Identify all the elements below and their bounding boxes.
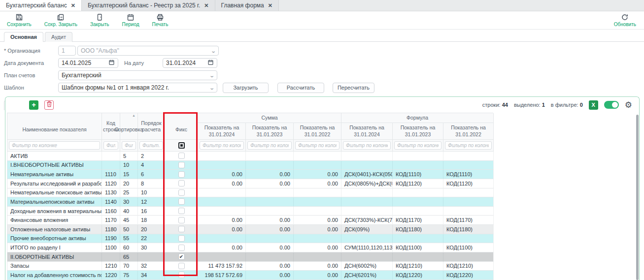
filter-input-f2022[interactable] <box>445 141 492 150</box>
fix-checkbox[interactable] <box>178 198 185 205</box>
save-close-button[interactable]: Сохр. Закрыть <box>44 13 77 27</box>
cell-s2024: 0.00 <box>198 179 246 188</box>
fix-checkbox[interactable] <box>178 208 185 214</box>
cell-f2022: КОД(1170) <box>443 216 494 225</box>
on-date-field[interactable]: 31.01.2024 <box>163 58 217 68</box>
column-header-f2022[interactable]: Показатель на 31.01.2022 <box>443 123 494 140</box>
fix-checkbox[interactable] <box>178 226 185 232</box>
column-header-s2024[interactable]: Показатель на 31.01.2024 <box>198 123 246 140</box>
fix-checkbox[interactable] <box>178 180 185 187</box>
filter-input-s2024[interactable] <box>200 141 244 150</box>
fix-checkbox[interactable] <box>178 171 185 178</box>
tab-audit[interactable]: Аудит <box>45 32 72 42</box>
table-row[interactable]: АКТИВ52 <box>7 152 493 161</box>
fix-checkbox[interactable] <box>178 272 185 278</box>
tab-main[interactable]: Основная <box>4 32 43 42</box>
cell-code: 1110 <box>102 170 120 179</box>
table-row[interactable]: I.ВНЕОБОРОТНЫЕ АКТИВЫ104 <box>7 161 493 170</box>
org-name-value: ООО "Альфа" <box>81 47 119 54</box>
window-tab-registry[interactable]: Бухгалтерский баланс - Реестр за 2025 г.… <box>82 0 215 11</box>
close-tab-icon[interactable]: ✕ <box>268 2 272 9</box>
cell-order: 12 <box>138 197 165 207</box>
fix-checkbox[interactable] <box>178 162 185 168</box>
plan-select[interactable]: Бухгалтерский ⌄ <box>58 70 217 80</box>
cell-f2022 <box>443 252 494 262</box>
org-code-field[interactable]: 1 <box>58 46 76 56</box>
close-tab-icon[interactable]: ✕ <box>204 2 208 9</box>
fix-checkbox[interactable] <box>178 245 185 251</box>
doc-date-field[interactable]: 14.01.2025 <box>58 58 118 68</box>
calendar-icon[interactable] <box>207 59 214 67</box>
filter-input-order[interactable] <box>139 141 163 150</box>
fix-checkbox[interactable] <box>178 217 185 223</box>
filter-input-code[interactable] <box>103 141 118 150</box>
table-row[interactable]: Нематериальные поисковые активы11302510 <box>7 188 493 198</box>
cell-fix <box>165 170 198 179</box>
vertical-scrollbar[interactable] <box>636 115 639 280</box>
fix-select-all-checkbox[interactable] <box>178 142 185 149</box>
filtered-count: в фильтре: 0 <box>551 102 583 108</box>
cell-s2024: 0.00 <box>198 243 246 252</box>
filter-input-f2024[interactable] <box>343 141 391 150</box>
cell-code <box>102 252 120 262</box>
table-row[interactable]: Налог на добавленную стоимость по пр...1… <box>7 271 493 280</box>
org-name-select[interactable]: ООО "Альфа" ⌄ <box>77 46 219 56</box>
cell-f2024 <box>341 197 393 207</box>
print-button[interactable]: Печать <box>152 13 169 27</box>
fix-checkbox[interactable] <box>178 263 185 269</box>
window-tab-main-form[interactable]: Главная форма ✕ <box>215 0 279 11</box>
fix-checkbox-checked[interactable]: ✔ <box>178 253 185 260</box>
save-button[interactable]: Сохранить <box>7 13 32 27</box>
calendar-icon[interactable] <box>108 59 115 67</box>
table-row[interactable]: Результаты исследований и разработок1120… <box>7 179 493 188</box>
filter-input-f2023[interactable] <box>394 141 441 150</box>
column-header-f2023[interactable]: Показатель на 31.01.2023 <box>393 123 443 140</box>
column-header-s2023[interactable]: Показатель на 31.01.2023 <box>246 123 294 140</box>
column-header-sort[interactable]: Сортировка▲ <box>120 113 138 140</box>
cell-sort: 30 <box>120 197 138 207</box>
table-row[interactable]: Отложенные налоговые активы118050200.000… <box>7 225 493 234</box>
filter-input-s2022[interactable] <box>295 141 339 150</box>
template-row: Шаблон Шаблон формы №1 от 1 января 2022 … <box>4 83 644 93</box>
table-row[interactable]: II.ОБОРОТНЫЕ АКТИВЫ65✔ <box>7 252 493 262</box>
filter-input-s2023[interactable] <box>247 141 292 150</box>
cell-s2022: 0.00 <box>294 225 341 234</box>
cell-s2023: 0.00 <box>246 271 294 280</box>
column-header-f2024[interactable]: Показатель на 31.01.2024 <box>341 123 393 140</box>
close-button[interactable]: Закрыть <box>90 13 109 27</box>
column-header-s2022[interactable]: Показатель на 31.01.2022 <box>294 123 341 140</box>
filter-toggle[interactable] <box>604 101 619 109</box>
table-row[interactable]: Материальныепоисковые активы11403012 <box>7 197 493 207</box>
excel-export-button[interactable]: X <box>589 100 598 110</box>
recalculate-button[interactable]: Пересчитать <box>333 83 374 93</box>
fix-checkbox[interactable] <box>178 189 185 196</box>
load-button[interactable]: Загрузить <box>223 83 269 93</box>
table-row[interactable]: Запасы1210703211 473 157.920.000.00ДСН(6… <box>7 262 493 271</box>
table-row[interactable]: Доходные вложения в материальные ц...116… <box>7 207 493 216</box>
filter-cell-order <box>138 140 165 152</box>
window-tab-balance[interactable]: Бухгалтерский баланс ✕ <box>0 0 82 11</box>
cell-sort: 45 <box>120 216 138 225</box>
table-row[interactable]: Финансовые вложения117045180.000.000.00Д… <box>7 216 493 225</box>
gear-icon[interactable]: ⚙ <box>625 101 632 109</box>
add-row-button[interactable]: + <box>29 100 38 110</box>
delete-row-button[interactable] <box>44 100 54 110</box>
fix-checkbox[interactable] <box>178 153 185 159</box>
column-header-fix[interactable]: Фикс <box>165 113 198 140</box>
filter-cell-s2022 <box>294 140 341 152</box>
cell-f2023 <box>393 252 443 262</box>
refresh-button[interactable]: Обновить <box>614 13 636 27</box>
period-button[interactable]: Период <box>122 13 139 27</box>
template-select[interactable]: Шаблон формы №1 от 1 января 2022 г. ⌄ <box>58 83 217 93</box>
fix-checkbox[interactable] <box>178 235 185 242</box>
column-header-order[interactable]: Порядок расчета <box>138 113 165 140</box>
close-tab-icon[interactable]: ✕ <box>71 2 75 9</box>
table-row[interactable]: ИТОГО по разделу I110060300.000.000.00СУ… <box>7 243 493 252</box>
filter-input-name[interactable] <box>9 141 100 150</box>
column-header-name[interactable]: Наименование показателя <box>7 113 102 140</box>
calculate-button[interactable]: Рассчитать <box>277 83 324 93</box>
table-row[interactable]: Прочие внеоборотные активы11905522 <box>7 234 493 244</box>
filter-input-sort[interactable] <box>122 141 136 150</box>
window-tabbar: Бухгалтерский баланс ✕ Бухгалтерский бал… <box>0 0 644 11</box>
table-row[interactable]: Нематериальные активы11101560.000.000.00… <box>7 170 493 179</box>
